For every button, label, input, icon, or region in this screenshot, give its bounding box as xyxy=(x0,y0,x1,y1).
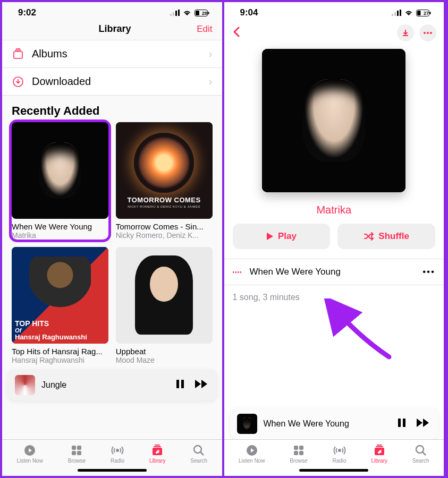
page-title: Library xyxy=(99,23,131,35)
svg-rect-30 xyxy=(430,12,431,14)
svg-text:28: 28 xyxy=(202,11,207,16)
status-bar: 9:02 28 xyxy=(2,2,222,20)
home-indicator[interactable] xyxy=(299,469,368,472)
now-playing-bar[interactable]: Jungle xyxy=(7,370,217,400)
album-art xyxy=(12,122,108,219)
track-row[interactable]: •••• When We Were Young ••• xyxy=(224,259,444,285)
status-time: 9:04 xyxy=(240,7,258,18)
svg-point-19 xyxy=(116,449,119,451)
album-art-large xyxy=(262,49,405,192)
now-playing-bar[interactable]: When We Were Young xyxy=(230,408,439,439)
downloaded-icon xyxy=(12,76,24,88)
album-artist: Mood Maze xyxy=(116,356,213,364)
svg-rect-46 xyxy=(377,445,382,446)
svg-rect-0 xyxy=(170,14,172,16)
svg-rect-17 xyxy=(72,451,76,455)
svg-rect-1 xyxy=(173,12,174,16)
cellular-icon xyxy=(170,10,180,16)
track-title: When We Were Young xyxy=(250,267,341,277)
tab-browse[interactable]: Browse xyxy=(290,444,307,464)
next-track-icon[interactable] xyxy=(195,379,209,391)
svg-line-24 xyxy=(200,452,204,455)
svg-point-43 xyxy=(339,449,341,451)
svg-line-48 xyxy=(422,452,426,455)
tab-library[interactable]: Library xyxy=(371,444,387,464)
svg-point-35 xyxy=(430,32,432,34)
album-tile[interactable]: Uppbeat Mood Maze xyxy=(116,247,213,364)
tab-search[interactable]: Search xyxy=(412,444,429,464)
svg-rect-36 xyxy=(398,419,401,427)
svg-rect-27 xyxy=(397,11,399,16)
tab-radio[interactable]: Radio xyxy=(111,444,124,464)
pause-icon[interactable] xyxy=(396,417,408,431)
svg-rect-3 xyxy=(178,10,180,16)
svg-rect-15 xyxy=(72,446,76,450)
album-title: Tomorrow Comes - Sin... xyxy=(116,222,213,231)
now-playing-art xyxy=(237,414,257,434)
artist-name[interactable]: Matrika xyxy=(224,204,444,216)
svg-rect-45 xyxy=(376,446,383,447)
tab-radio[interactable]: Radio xyxy=(332,444,346,464)
svg-point-33 xyxy=(424,32,426,34)
album-tile[interactable]: When We Were Young Matrika xyxy=(12,122,108,240)
svg-rect-21 xyxy=(154,446,161,447)
back-button[interactable] xyxy=(232,25,241,40)
more-button[interactable] xyxy=(419,24,436,41)
tab-browse[interactable]: Browse xyxy=(68,444,86,464)
svg-rect-13 xyxy=(181,380,184,388)
album-artist: Hansraj Raghuwanshi xyxy=(12,356,108,364)
svg-rect-25 xyxy=(392,14,393,16)
album-title: Top Hits of Hansraj Rag... xyxy=(12,347,108,356)
now-playing-title: When We Were Young xyxy=(264,419,390,429)
tab-listen-now[interactable]: Listen Now xyxy=(239,444,265,464)
svg-rect-12 xyxy=(176,380,179,388)
library-header: Library Edit xyxy=(2,20,222,40)
track-more-button[interactable]: ••• xyxy=(422,267,435,277)
row-albums-label: Albums xyxy=(32,48,67,60)
svg-text:27: 27 xyxy=(424,11,429,16)
tab-library[interactable]: Library xyxy=(149,444,166,464)
svg-rect-2 xyxy=(175,11,177,16)
tab-bar: Listen Now Browse Radio Library Search xyxy=(2,439,222,466)
phone-album-detail-screen: 9:04 27 Matrika Play Shuffle •••• When W… xyxy=(224,2,446,476)
svg-rect-16 xyxy=(77,446,81,450)
svg-rect-40 xyxy=(299,446,303,450)
row-downloaded-label: Downloaded xyxy=(32,75,91,88)
status-bar: 9:04 27 xyxy=(224,2,444,20)
svg-point-34 xyxy=(427,32,429,34)
playing-indicator-icon: •••• xyxy=(233,269,242,275)
play-button[interactable]: Play xyxy=(233,224,331,249)
tab-listen-now[interactable]: Listen Now xyxy=(16,444,43,464)
album-tile[interactable]: TOMORROW COMESNICKY ROMERO & DENIZ KOYU … xyxy=(116,122,213,240)
row-downloaded[interactable]: Downloaded › xyxy=(2,68,222,96)
album-art: TOMORROW COMESNICKY ROMERO & DENIZ KOYU … xyxy=(116,122,213,219)
home-indicator[interactable] xyxy=(78,469,147,472)
svg-point-47 xyxy=(416,446,424,453)
svg-rect-28 xyxy=(400,10,401,16)
battery-icon: 28 xyxy=(195,10,209,16)
row-albums[interactable]: Albums › xyxy=(2,40,222,68)
now-playing-art xyxy=(15,375,35,395)
cellular-icon xyxy=(392,10,401,16)
svg-rect-18 xyxy=(77,451,81,455)
album-art xyxy=(116,247,213,344)
svg-point-23 xyxy=(194,446,201,453)
wifi-icon xyxy=(182,10,192,16)
svg-rect-42 xyxy=(299,451,303,455)
album-tile[interactable]: TOP HITS Of Hansraj Raghuwanshi Top Hits… xyxy=(12,247,108,364)
svg-rect-37 xyxy=(403,419,405,427)
now-playing-title: Jungle xyxy=(41,380,168,390)
phone-library-screen: 9:02 28 Library Edit Albums › Downloaded… xyxy=(2,2,224,476)
tab-search[interactable]: Search xyxy=(190,444,207,464)
album-title: Uppbeat xyxy=(116,347,213,356)
download-button[interactable] xyxy=(397,24,414,41)
album-summary: 1 song, 3 minutes xyxy=(224,285,444,310)
tab-bar: Listen Now Browse Radio Library Search xyxy=(224,439,444,466)
shuffle-button[interactable]: Shuffle xyxy=(337,224,435,249)
edit-button[interactable]: Edit xyxy=(197,24,212,35)
section-recently-added: Recently Added xyxy=(2,96,222,122)
album-artist: Nicky Romero, Deniz K... xyxy=(116,231,213,240)
pause-icon[interactable] xyxy=(174,378,186,392)
svg-rect-22 xyxy=(155,445,160,446)
next-track-icon[interactable] xyxy=(416,417,431,430)
